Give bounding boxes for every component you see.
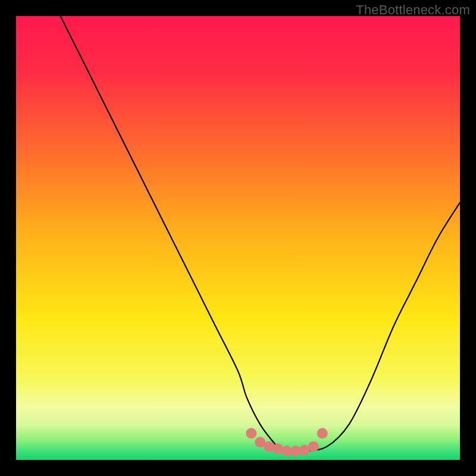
marker-dot <box>308 441 319 452</box>
chart-frame: TheBottleneck.com <box>0 0 476 476</box>
marker-dot <box>246 428 256 439</box>
bottleneck-curve <box>61 16 460 452</box>
chart-svg <box>16 16 460 460</box>
optimal-range-markers <box>246 428 327 456</box>
plot-area <box>16 16 460 460</box>
watermark-text: TheBottleneck.com <box>356 2 470 18</box>
marker-dot <box>317 428 328 439</box>
